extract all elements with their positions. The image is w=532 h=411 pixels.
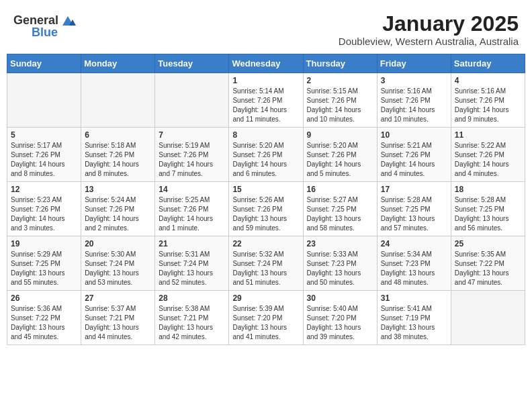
day-info: Sunrise: 5:40 AM Sunset: 7:20 PM Dayligh… bbox=[307, 304, 373, 342]
day-number: 10 bbox=[381, 130, 447, 140]
day-number: 1 bbox=[232, 76, 299, 85]
day-info: Sunrise: 5:16 AM Sunset: 7:26 PM Dayligh… bbox=[381, 87, 447, 124]
calendar-cell: 20Sunrise: 5:30 AM Sunset: 7:24 PM Dayli… bbox=[81, 236, 155, 291]
day-info: Sunrise: 5:36 AM Sunset: 7:22 PM Dayligh… bbox=[11, 304, 77, 342]
calendar-cell: 7Sunrise: 5:19 AM Sunset: 7:26 PM Daylig… bbox=[155, 128, 229, 182]
calendar-cell: 6Sunrise: 5:18 AM Sunset: 7:26 PM Daylig… bbox=[81, 128, 155, 182]
day-of-week-saturday: Saturday bbox=[451, 54, 525, 73]
day-number: 6 bbox=[85, 130, 151, 140]
day-number: 23 bbox=[307, 239, 373, 248]
day-number: 15 bbox=[232, 185, 299, 194]
day-of-week-friday: Friday bbox=[377, 54, 451, 73]
day-number: 24 bbox=[381, 239, 447, 248]
calendar-header-row: SundayMondayTuesdayWednesdayThursdayFrid… bbox=[7, 54, 525, 73]
day-info: Sunrise: 5:14 AM Sunset: 7:26 PM Dayligh… bbox=[232, 87, 299, 124]
day-info: Sunrise: 5:17 AM Sunset: 7:26 PM Dayligh… bbox=[11, 141, 77, 179]
page-header: General Blue January 2025 Doubleview, We… bbox=[7, 7, 525, 50]
calendar-cell bbox=[451, 291, 525, 345]
day-number: 29 bbox=[232, 293, 299, 303]
calendar-table: SundayMondayTuesdayWednesdayThursdayFrid… bbox=[7, 54, 525, 345]
calendar-cell: 15Sunrise: 5:26 AM Sunset: 7:26 PM Dayli… bbox=[229, 182, 303, 236]
calendar-cell: 24Sunrise: 5:34 AM Sunset: 7:23 PM Dayli… bbox=[377, 236, 451, 291]
day-number: 20 bbox=[85, 239, 151, 248]
day-number: 2 bbox=[307, 76, 373, 85]
day-info: Sunrise: 5:24 AM Sunset: 7:26 PM Dayligh… bbox=[85, 195, 151, 233]
day-info: Sunrise: 5:28 AM Sunset: 7:25 PM Dayligh… bbox=[455, 195, 521, 233]
calendar-cell: 25Sunrise: 5:35 AM Sunset: 7:22 PM Dayli… bbox=[451, 236, 525, 291]
day-number: 7 bbox=[159, 130, 225, 140]
day-number: 18 bbox=[455, 185, 521, 194]
day-info: Sunrise: 5:38 AM Sunset: 7:21 PM Dayligh… bbox=[159, 304, 225, 342]
day-of-week-thursday: Thursday bbox=[303, 54, 377, 73]
day-info: Sunrise: 5:28 AM Sunset: 7:25 PM Dayligh… bbox=[381, 195, 447, 233]
calendar-cell: 16Sunrise: 5:27 AM Sunset: 7:25 PM Dayli… bbox=[303, 182, 377, 236]
month-title: January 2025 bbox=[339, 12, 519, 36]
day-info: Sunrise: 5:35 AM Sunset: 7:22 PM Dayligh… bbox=[455, 250, 521, 287]
location-title: Doubleview, Western Australia, Australia bbox=[339, 36, 519, 47]
day-number: 13 bbox=[85, 185, 151, 194]
calendar-cell: 28Sunrise: 5:38 AM Sunset: 7:21 PM Dayli… bbox=[155, 291, 229, 345]
calendar-cell: 26Sunrise: 5:36 AM Sunset: 7:22 PM Dayli… bbox=[7, 291, 81, 345]
calendar-cell: 10Sunrise: 5:21 AM Sunset: 7:26 PM Dayli… bbox=[377, 128, 451, 182]
calendar-cell: 22Sunrise: 5:32 AM Sunset: 7:24 PM Dayli… bbox=[229, 236, 303, 291]
day-info: Sunrise: 5:30 AM Sunset: 7:24 PM Dayligh… bbox=[85, 250, 151, 287]
calendar-week-3: 12Sunrise: 5:23 AM Sunset: 7:26 PM Dayli… bbox=[7, 182, 525, 236]
calendar-week-1: 1Sunrise: 5:14 AM Sunset: 7:26 PM Daylig… bbox=[7, 73, 525, 128]
day-of-week-monday: Monday bbox=[81, 54, 155, 73]
day-number: 8 bbox=[232, 130, 299, 140]
title-block: January 2025 Doubleview, Western Austral… bbox=[339, 12, 519, 47]
day-info: Sunrise: 5:29 AM Sunset: 7:25 PM Dayligh… bbox=[11, 250, 77, 287]
day-info: Sunrise: 5:22 AM Sunset: 7:26 PM Dayligh… bbox=[455, 141, 521, 179]
calendar-cell: 29Sunrise: 5:39 AM Sunset: 7:20 PM Dayli… bbox=[229, 291, 303, 345]
calendar-cell: 14Sunrise: 5:25 AM Sunset: 7:26 PM Dayli… bbox=[155, 182, 229, 236]
day-number: 12 bbox=[11, 185, 77, 194]
calendar-cell: 30Sunrise: 5:40 AM Sunset: 7:20 PM Dayli… bbox=[303, 291, 377, 345]
day-number: 22 bbox=[232, 239, 299, 248]
day-number: 30 bbox=[307, 293, 373, 303]
calendar-cell: 13Sunrise: 5:24 AM Sunset: 7:26 PM Dayli… bbox=[81, 182, 155, 236]
calendar-week-5: 26Sunrise: 5:36 AM Sunset: 7:22 PM Dayli… bbox=[7, 291, 525, 345]
day-number: 9 bbox=[307, 130, 373, 140]
day-of-week-sunday: Sunday bbox=[7, 54, 81, 73]
day-info: Sunrise: 5:27 AM Sunset: 7:25 PM Dayligh… bbox=[307, 195, 373, 233]
day-number: 14 bbox=[159, 185, 225, 194]
logo-blue: Blue bbox=[32, 26, 58, 40]
calendar-cell: 21Sunrise: 5:31 AM Sunset: 7:24 PM Dayli… bbox=[155, 236, 229, 291]
calendar-cell bbox=[81, 73, 155, 128]
day-info: Sunrise: 5:23 AM Sunset: 7:26 PM Dayligh… bbox=[11, 195, 77, 233]
day-info: Sunrise: 5:39 AM Sunset: 7:20 PM Dayligh… bbox=[232, 304, 299, 342]
day-of-week-tuesday: Tuesday bbox=[155, 54, 229, 73]
day-number: 26 bbox=[11, 293, 77, 303]
calendar-cell: 27Sunrise: 5:37 AM Sunset: 7:21 PM Dayli… bbox=[81, 291, 155, 345]
calendar-cell: 23Sunrise: 5:33 AM Sunset: 7:23 PM Dayli… bbox=[303, 236, 377, 291]
day-info: Sunrise: 5:21 AM Sunset: 7:26 PM Dayligh… bbox=[381, 141, 447, 179]
calendar-cell: 18Sunrise: 5:28 AM Sunset: 7:25 PM Dayli… bbox=[451, 182, 525, 236]
day-info: Sunrise: 5:34 AM Sunset: 7:23 PM Dayligh… bbox=[381, 250, 447, 287]
day-info: Sunrise: 5:16 AM Sunset: 7:26 PM Dayligh… bbox=[455, 87, 521, 124]
logo: General Blue bbox=[13, 12, 76, 40]
day-number: 25 bbox=[455, 239, 521, 248]
day-number: 31 bbox=[381, 293, 447, 303]
calendar-cell: 1Sunrise: 5:14 AM Sunset: 7:26 PM Daylig… bbox=[229, 73, 303, 128]
day-number: 28 bbox=[159, 293, 225, 303]
day-info: Sunrise: 5:31 AM Sunset: 7:24 PM Dayligh… bbox=[159, 250, 225, 287]
day-number: 3 bbox=[381, 76, 447, 85]
day-number: 21 bbox=[159, 239, 225, 248]
day-info: Sunrise: 5:32 AM Sunset: 7:24 PM Dayligh… bbox=[232, 250, 299, 287]
day-info: Sunrise: 5:33 AM Sunset: 7:23 PM Dayligh… bbox=[307, 250, 373, 287]
day-info: Sunrise: 5:25 AM Sunset: 7:26 PM Dayligh… bbox=[159, 195, 225, 233]
calendar-cell: 9Sunrise: 5:20 AM Sunset: 7:26 PM Daylig… bbox=[303, 128, 377, 182]
calendar-cell: 17Sunrise: 5:28 AM Sunset: 7:25 PM Dayli… bbox=[377, 182, 451, 236]
calendar-week-2: 5Sunrise: 5:17 AM Sunset: 7:26 PM Daylig… bbox=[7, 128, 525, 182]
calendar-week-4: 19Sunrise: 5:29 AM Sunset: 7:25 PM Dayli… bbox=[7, 236, 525, 291]
logo-icon bbox=[60, 12, 76, 28]
calendar-cell bbox=[155, 73, 229, 128]
calendar-cell: 5Sunrise: 5:17 AM Sunset: 7:26 PM Daylig… bbox=[7, 128, 81, 182]
day-number: 17 bbox=[381, 185, 447, 194]
day-info: Sunrise: 5:26 AM Sunset: 7:26 PM Dayligh… bbox=[232, 195, 299, 233]
day-info: Sunrise: 5:37 AM Sunset: 7:21 PM Dayligh… bbox=[85, 304, 151, 342]
calendar-cell: 12Sunrise: 5:23 AM Sunset: 7:26 PM Dayli… bbox=[7, 182, 81, 236]
day-info: Sunrise: 5:20 AM Sunset: 7:26 PM Dayligh… bbox=[307, 141, 373, 179]
day-number: 16 bbox=[307, 185, 373, 194]
day-number: 11 bbox=[455, 130, 521, 140]
